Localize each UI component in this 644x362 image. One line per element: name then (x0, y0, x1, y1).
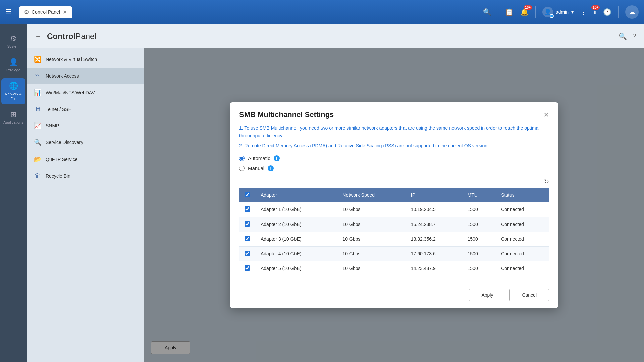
row-checkbox-3[interactable] (245, 236, 250, 241)
modal-overlay: SMB Multichannel Settings ✕ 1. To use SM… (144, 48, 644, 362)
table-row: Adapter 1 (10 GbE) 10 Gbps 10.19.204.5 1… (239, 202, 549, 217)
sidebar-secondary-label: QuFTP Service (46, 157, 77, 162)
main-content: Apply SMB Multichannel Settings ✕ 1. To … (144, 48, 644, 362)
alert-icon[interactable]: 🔔 10+ (520, 8, 529, 16)
sidebar-item-service-discovery[interactable]: 🔍 Service Discovery (27, 134, 144, 151)
radio-manual-option[interactable]: Manual i (239, 165, 549, 171)
sidebar-item-network-file[interactable]: 🌐 Network &File (1, 78, 25, 104)
telnet-icon: 🖥 (34, 106, 42, 113)
col-status: Status (496, 188, 549, 202)
clock-icon[interactable]: 🕐 (603, 8, 611, 16)
radio-automatic-input[interactable] (239, 156, 245, 161)
row-checkbox-cell (239, 246, 255, 261)
sidebar-item-privilege[interactable]: 👤 Privilege (1, 55, 25, 76)
row-checkbox-cell (239, 261, 255, 276)
sidebar-secondary-label: Recycle Bin (46, 173, 70, 179)
select-all-checkbox[interactable] (245, 192, 250, 197)
alert-badge: 10+ (524, 5, 532, 10)
sidebar-item-network-virtual-switch[interactable]: 🔀 Network & Virtual Switch (27, 51, 144, 68)
sidebar-item-telnet-ssh[interactable]: 🖥 Telnet / SSH (27, 101, 144, 117)
col-network-speed: Network Speed (337, 188, 405, 202)
row-ip-2: 15.24.238.7 (406, 217, 462, 232)
divider3 (618, 6, 619, 18)
main-area: ⚙ System 👤 Privilege 🌐 Network &File ⊞ A… (0, 24, 644, 362)
radio-group: Automatic i Manual i (239, 155, 549, 171)
user-menu[interactable]: 👤 admin ▾ (542, 7, 574, 17)
row-speed-1: 10 Gbps (337, 202, 405, 217)
cp-help-icon[interactable]: ? (632, 32, 636, 40)
content-area: 🔀 Network & Virtual Switch 〰 Network Acc… (27, 48, 644, 362)
sidebar-left: ⚙ System 👤 Privilege 🌐 Network &File ⊞ A… (0, 24, 27, 362)
row-adapter-3: Adapter 3 (10 GbE) (255, 232, 337, 246)
cp-header: ← ControlPanel 🔍 ? (27, 24, 644, 48)
sidebar-item-network-access[interactable]: 〰 Network Access (27, 68, 144, 84)
row-checkbox-cell (239, 202, 255, 217)
modal-close-button[interactable]: ✕ (543, 111, 549, 119)
sidebar-item-system[interactable]: ⚙ System (1, 31, 25, 52)
radio-automatic-option[interactable]: Automatic i (239, 155, 549, 161)
cp-search-icon[interactable]: 🔍 (619, 32, 627, 40)
network-file-icon: 🌐 (9, 82, 18, 90)
automatic-info-icon[interactable]: i (274, 155, 280, 161)
row-checkbox-2[interactable] (245, 221, 250, 227)
snmp-icon: 📈 (34, 122, 42, 129)
table-row: Adapter 3 (10 GbE) 10 Gbps 13.32.356.2 1… (239, 232, 549, 246)
cloud-button[interactable]: ☁ (625, 5, 639, 19)
row-speed-4: 10 Gbps (337, 246, 405, 261)
sidebar-secondary-label: Win/Mac/NFS/WebDAV (46, 90, 95, 95)
row-mtu-3: 1500 (462, 232, 496, 246)
sidebar-secondary-label: Network Access (46, 73, 79, 79)
topbar: ☰ ⚙ Control Panel ✕ 🔍 📋 🔔 10+ 👤 admin ▾ … (0, 0, 644, 24)
row-adapter-2: Adapter 2 (10 GbE) (255, 217, 337, 232)
sidebar-item-applications[interactable]: ⊞ Applications (1, 107, 25, 128)
row-checkbox-4[interactable] (245, 251, 250, 256)
row-status-4: Connected (496, 246, 549, 261)
row-ip-1: 10.19.204.5 (406, 202, 462, 217)
network-virtual-switch-icon: 🔀 (34, 56, 42, 63)
sidebar-secondary-label: Telnet / SSH (46, 107, 72, 112)
col-checkbox (239, 188, 255, 202)
sidebar-item-quftp[interactable]: 📂 QuFTP Service (27, 151, 144, 168)
modal-info-text: 1. To use SMB Multichannel, you need two… (239, 124, 549, 149)
tab-close-icon[interactable]: ✕ (63, 9, 67, 15)
row-ip-4: 17.60.173.6 (406, 246, 462, 261)
more-options-icon[interactable]: ⋮ (580, 8, 587, 16)
sidebar-network-label: Network &File (5, 92, 22, 101)
radio-manual-input[interactable] (239, 166, 245, 171)
col-ip: IP (406, 188, 462, 202)
row-adapter-4: Adapter 4 (10 GbE) (255, 246, 337, 261)
adapter-table: Adapter Network Speed IP MTU Status (239, 188, 549, 276)
refresh-button[interactable]: ↻ (544, 178, 549, 185)
info-icon[interactable]: ℹ 10+ (594, 8, 596, 16)
modal-title: SMB Multichannel Settings (239, 110, 334, 119)
info-line-1: 1. To use SMB Multichannel, you need two… (239, 124, 549, 139)
row-mtu-1: 1500 (462, 202, 496, 217)
row-checkbox-5[interactable] (245, 265, 250, 271)
col-mtu: MTU (462, 188, 496, 202)
control-panel-area: ← ControlPanel 🔍 ? 🔀 Network & Virtual S… (27, 24, 644, 362)
control-panel-tab[interactable]: ⚙ Control Panel ✕ (19, 6, 72, 18)
manual-info-icon[interactable]: i (268, 165, 274, 171)
info-badge: 10+ (591, 5, 600, 10)
sidebar-secondary-label: SNMP (46, 123, 59, 128)
sidebar-item-recycle-bin[interactable]: 🗑 Recycle Bin (27, 168, 144, 184)
sidebar-item-snmp[interactable]: 📈 SNMP (27, 117, 144, 134)
row-checkbox-1[interactable] (245, 206, 250, 212)
sidebar-secondary-label: Network & Virtual Switch (46, 57, 97, 62)
search-icon[interactable]: 🔍 (483, 8, 491, 16)
row-speed-3: 10 Gbps (337, 232, 405, 246)
smb-multichannel-modal: SMB Multichannel Settings ✕ 1. To use SM… (230, 102, 558, 308)
notes-icon[interactable]: 📋 (505, 8, 514, 16)
sidebar-item-win-mac-nfs[interactable]: 📊 Win/Mac/NFS/WebDAV (27, 84, 144, 101)
row-speed-5: 10 Gbps (337, 261, 405, 276)
modal-cancel-button[interactable]: Cancel (509, 289, 549, 301)
modal-apply-button[interactable]: Apply (469, 289, 505, 301)
menu-icon[interactable]: ☰ (5, 8, 12, 16)
sidebar-secondary: 🔀 Network & Virtual Switch 〰 Network Acc… (27, 48, 144, 362)
service-discovery-icon: 🔍 (34, 139, 42, 146)
tab-settings-icon: ⚙ (24, 9, 29, 15)
user-badge (550, 14, 554, 18)
back-button[interactable]: ← (35, 32, 42, 40)
row-mtu-4: 1500 (462, 246, 496, 261)
system-icon: ⚙ (10, 34, 17, 43)
